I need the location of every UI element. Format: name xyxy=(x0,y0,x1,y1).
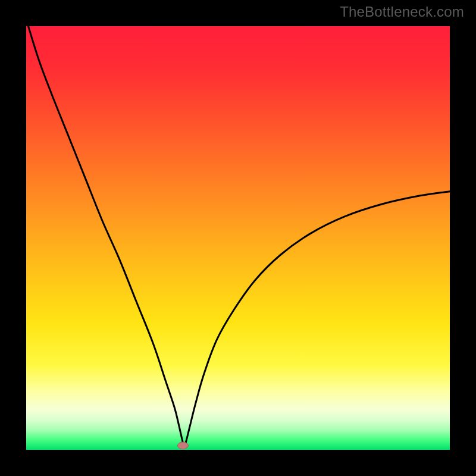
optimal-point-marker xyxy=(177,442,188,449)
outer-frame: TheBottleneck.com xyxy=(0,0,476,476)
plot-area xyxy=(26,26,450,450)
gradient-background xyxy=(26,26,450,450)
chart-svg xyxy=(26,26,450,450)
watermark: TheBottleneck.com xyxy=(340,4,464,20)
